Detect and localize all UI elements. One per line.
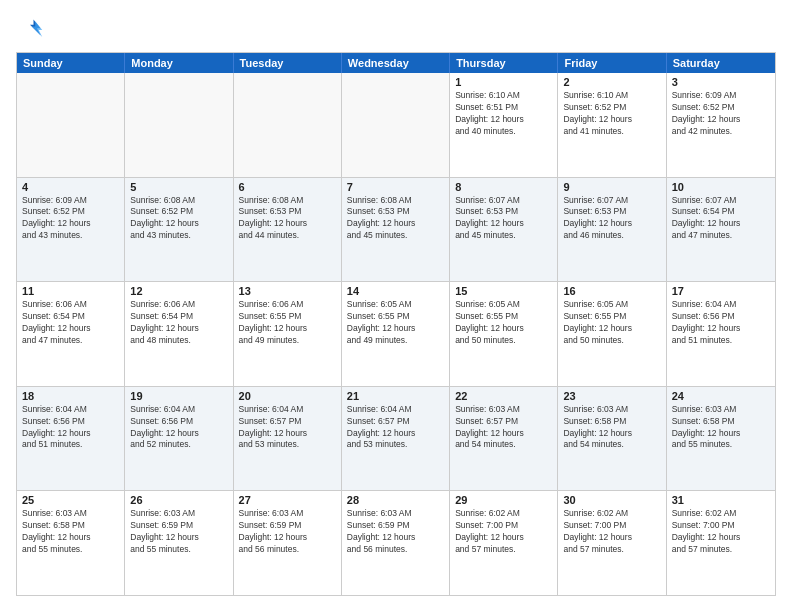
empty-cell	[17, 73, 125, 177]
calendar-body: 1Sunrise: 6:10 AM Sunset: 6:51 PM Daylig…	[17, 73, 775, 595]
day-cell-24: 24Sunrise: 6:03 AM Sunset: 6:58 PM Dayli…	[667, 387, 775, 491]
day-info: Sunrise: 6:02 AM Sunset: 7:00 PM Dayligh…	[455, 508, 552, 556]
day-info: Sunrise: 6:06 AM Sunset: 6:54 PM Dayligh…	[130, 299, 227, 347]
day-cell-1: 1Sunrise: 6:10 AM Sunset: 6:51 PM Daylig…	[450, 73, 558, 177]
day-number: 25	[22, 494, 119, 506]
day-info: Sunrise: 6:02 AM Sunset: 7:00 PM Dayligh…	[563, 508, 660, 556]
day-info: Sunrise: 6:04 AM Sunset: 6:56 PM Dayligh…	[130, 404, 227, 452]
day-info: Sunrise: 6:05 AM Sunset: 6:55 PM Dayligh…	[455, 299, 552, 347]
day-info: Sunrise: 6:03 AM Sunset: 6:58 PM Dayligh…	[22, 508, 119, 556]
day-info: Sunrise: 6:03 AM Sunset: 6:59 PM Dayligh…	[239, 508, 336, 556]
day-info: Sunrise: 6:07 AM Sunset: 6:53 PM Dayligh…	[563, 195, 660, 243]
empty-cell	[234, 73, 342, 177]
day-info: Sunrise: 6:05 AM Sunset: 6:55 PM Dayligh…	[563, 299, 660, 347]
calendar-week-5: 25Sunrise: 6:03 AM Sunset: 6:58 PM Dayli…	[17, 490, 775, 595]
day-info: Sunrise: 6:07 AM Sunset: 6:53 PM Dayligh…	[455, 195, 552, 243]
header	[16, 16, 776, 44]
day-cell-17: 17Sunrise: 6:04 AM Sunset: 6:56 PM Dayli…	[667, 282, 775, 386]
day-number: 23	[563, 390, 660, 402]
day-cell-20: 20Sunrise: 6:04 AM Sunset: 6:57 PM Dayli…	[234, 387, 342, 491]
day-number: 8	[455, 181, 552, 193]
day-cell-31: 31Sunrise: 6:02 AM Sunset: 7:00 PM Dayli…	[667, 491, 775, 595]
day-number: 24	[672, 390, 770, 402]
day-number: 21	[347, 390, 444, 402]
calendar-week-1: 1Sunrise: 6:10 AM Sunset: 6:51 PM Daylig…	[17, 73, 775, 177]
day-number: 13	[239, 285, 336, 297]
day-cell-16: 16Sunrise: 6:05 AM Sunset: 6:55 PM Dayli…	[558, 282, 666, 386]
day-number: 10	[672, 181, 770, 193]
day-number: 6	[239, 181, 336, 193]
day-number: 29	[455, 494, 552, 506]
day-number: 22	[455, 390, 552, 402]
day-cell-18: 18Sunrise: 6:04 AM Sunset: 6:56 PM Dayli…	[17, 387, 125, 491]
svg-marker-1	[32, 21, 43, 37]
day-cell-11: 11Sunrise: 6:06 AM Sunset: 6:54 PM Dayli…	[17, 282, 125, 386]
day-number: 28	[347, 494, 444, 506]
day-info: Sunrise: 6:04 AM Sunset: 6:57 PM Dayligh…	[347, 404, 444, 452]
day-info: Sunrise: 6:03 AM Sunset: 6:57 PM Dayligh…	[455, 404, 552, 452]
day-number: 14	[347, 285, 444, 297]
day-number: 4	[22, 181, 119, 193]
day-info: Sunrise: 6:03 AM Sunset: 6:59 PM Dayligh…	[347, 508, 444, 556]
day-cell-23: 23Sunrise: 6:03 AM Sunset: 6:58 PM Dayli…	[558, 387, 666, 491]
day-cell-9: 9Sunrise: 6:07 AM Sunset: 6:53 PM Daylig…	[558, 178, 666, 282]
day-cell-10: 10Sunrise: 6:07 AM Sunset: 6:54 PM Dayli…	[667, 178, 775, 282]
page: SundayMondayTuesdayWednesdayThursdayFrid…	[0, 0, 792, 612]
day-cell-8: 8Sunrise: 6:07 AM Sunset: 6:53 PM Daylig…	[450, 178, 558, 282]
day-cell-7: 7Sunrise: 6:08 AM Sunset: 6:53 PM Daylig…	[342, 178, 450, 282]
day-cell-28: 28Sunrise: 6:03 AM Sunset: 6:59 PM Dayli…	[342, 491, 450, 595]
day-header-sunday: Sunday	[17, 53, 125, 73]
calendar-week-2: 4Sunrise: 6:09 AM Sunset: 6:52 PM Daylig…	[17, 177, 775, 282]
day-number: 2	[563, 76, 660, 88]
day-info: Sunrise: 6:04 AM Sunset: 6:57 PM Dayligh…	[239, 404, 336, 452]
logo	[16, 16, 48, 44]
day-info: Sunrise: 6:10 AM Sunset: 6:51 PM Dayligh…	[455, 90, 552, 138]
day-cell-5: 5Sunrise: 6:08 AM Sunset: 6:52 PM Daylig…	[125, 178, 233, 282]
day-info: Sunrise: 6:03 AM Sunset: 6:58 PM Dayligh…	[672, 404, 770, 452]
day-info: Sunrise: 6:06 AM Sunset: 6:55 PM Dayligh…	[239, 299, 336, 347]
calendar-header: SundayMondayTuesdayWednesdayThursdayFrid…	[17, 53, 775, 73]
day-info: Sunrise: 6:04 AM Sunset: 6:56 PM Dayligh…	[672, 299, 770, 347]
day-number: 9	[563, 181, 660, 193]
day-cell-6: 6Sunrise: 6:08 AM Sunset: 6:53 PM Daylig…	[234, 178, 342, 282]
day-info: Sunrise: 6:10 AM Sunset: 6:52 PM Dayligh…	[563, 90, 660, 138]
day-cell-21: 21Sunrise: 6:04 AM Sunset: 6:57 PM Dayli…	[342, 387, 450, 491]
day-header-tuesday: Tuesday	[234, 53, 342, 73]
day-number: 20	[239, 390, 336, 402]
day-cell-4: 4Sunrise: 6:09 AM Sunset: 6:52 PM Daylig…	[17, 178, 125, 282]
day-number: 11	[22, 285, 119, 297]
day-number: 16	[563, 285, 660, 297]
day-number: 7	[347, 181, 444, 193]
day-info: Sunrise: 6:03 AM Sunset: 6:58 PM Dayligh…	[563, 404, 660, 452]
logo-icon	[16, 16, 44, 44]
day-info: Sunrise: 6:06 AM Sunset: 6:54 PM Dayligh…	[22, 299, 119, 347]
day-cell-19: 19Sunrise: 6:04 AM Sunset: 6:56 PM Dayli…	[125, 387, 233, 491]
day-number: 18	[22, 390, 119, 402]
day-info: Sunrise: 6:07 AM Sunset: 6:54 PM Dayligh…	[672, 195, 770, 243]
day-header-monday: Monday	[125, 53, 233, 73]
calendar-week-4: 18Sunrise: 6:04 AM Sunset: 6:56 PM Dayli…	[17, 386, 775, 491]
day-number: 1	[455, 76, 552, 88]
day-cell-12: 12Sunrise: 6:06 AM Sunset: 6:54 PM Dayli…	[125, 282, 233, 386]
day-number: 30	[563, 494, 660, 506]
day-info: Sunrise: 6:09 AM Sunset: 6:52 PM Dayligh…	[672, 90, 770, 138]
day-number: 17	[672, 285, 770, 297]
day-cell-15: 15Sunrise: 6:05 AM Sunset: 6:55 PM Dayli…	[450, 282, 558, 386]
day-info: Sunrise: 6:09 AM Sunset: 6:52 PM Dayligh…	[22, 195, 119, 243]
day-number: 3	[672, 76, 770, 88]
day-cell-22: 22Sunrise: 6:03 AM Sunset: 6:57 PM Dayli…	[450, 387, 558, 491]
day-cell-27: 27Sunrise: 6:03 AM Sunset: 6:59 PM Dayli…	[234, 491, 342, 595]
day-cell-14: 14Sunrise: 6:05 AM Sunset: 6:55 PM Dayli…	[342, 282, 450, 386]
day-cell-25: 25Sunrise: 6:03 AM Sunset: 6:58 PM Dayli…	[17, 491, 125, 595]
day-number: 12	[130, 285, 227, 297]
day-info: Sunrise: 6:05 AM Sunset: 6:55 PM Dayligh…	[347, 299, 444, 347]
day-cell-29: 29Sunrise: 6:02 AM Sunset: 7:00 PM Dayli…	[450, 491, 558, 595]
day-info: Sunrise: 6:02 AM Sunset: 7:00 PM Dayligh…	[672, 508, 770, 556]
empty-cell	[125, 73, 233, 177]
day-header-friday: Friday	[558, 53, 666, 73]
day-cell-13: 13Sunrise: 6:06 AM Sunset: 6:55 PM Dayli…	[234, 282, 342, 386]
day-cell-2: 2Sunrise: 6:10 AM Sunset: 6:52 PM Daylig…	[558, 73, 666, 177]
day-number: 26	[130, 494, 227, 506]
calendar: SundayMondayTuesdayWednesdayThursdayFrid…	[16, 52, 776, 596]
day-info: Sunrise: 6:08 AM Sunset: 6:53 PM Dayligh…	[347, 195, 444, 243]
